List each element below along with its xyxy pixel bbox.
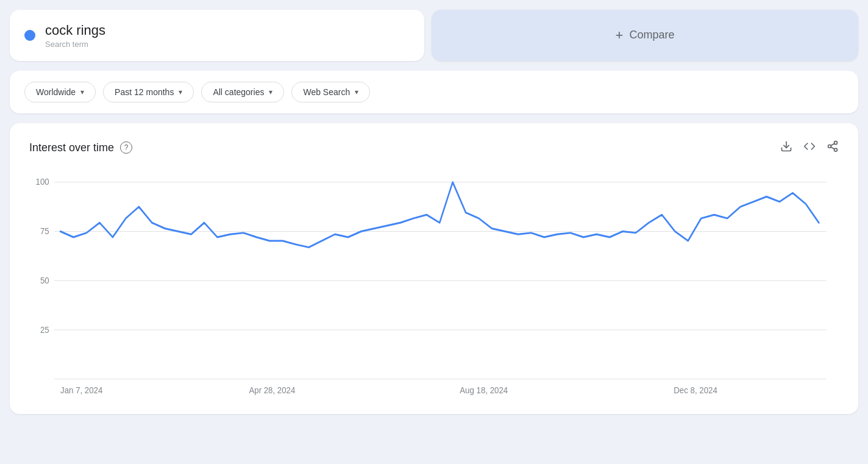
svg-text:100: 100 (36, 176, 49, 187)
location-filter[interactable]: Worldwide ▾ (24, 82, 96, 102)
filters-bar: Worldwide ▾ Past 12 months ▾ All categor… (10, 71, 858, 113)
compare-label: Compare (629, 29, 674, 41)
svg-text:Dec 8, 2024: Dec 8, 2024 (674, 385, 717, 395)
svg-text:25: 25 (40, 324, 49, 334)
search-term-card: cock rings Search term (10, 10, 424, 61)
chart-actions (780, 140, 839, 155)
svg-text:Apr 28, 2024: Apr 28, 2024 (249, 385, 295, 395)
category-filter-label: All categories (213, 87, 264, 97)
svg-text:Jan 7, 2024: Jan 7, 2024 (60, 385, 102, 395)
time-chevron-icon: ▾ (179, 88, 182, 96)
category-chevron-icon: ▾ (269, 88, 272, 96)
search-term-label: Search term (45, 40, 105, 49)
chart-area: 100 75 50 25 Jan 7, 2024 Apr 28, 2024 Au… (29, 168, 839, 399)
svg-line-5 (831, 143, 834, 145)
search-type-filter-label: Web Search (303, 87, 350, 97)
trend-line (60, 182, 819, 247)
chart-title: Interest over time (29, 141, 114, 154)
search-term-block: cock rings Search term (45, 22, 105, 49)
time-filter-label: Past 12 months (115, 87, 174, 97)
search-type-filter[interactable]: Web Search ▾ (291, 82, 370, 102)
svg-line-4 (831, 147, 834, 149)
embed-icon[interactable] (803, 140, 816, 155)
location-chevron-icon: ▾ (80, 88, 84, 96)
search-dot-indicator (24, 30, 35, 41)
time-filter[interactable]: Past 12 months ▾ (103, 82, 194, 102)
category-filter[interactable]: All categories ▾ (201, 82, 284, 102)
chart-header: Interest over time ? (29, 140, 839, 155)
help-icon[interactable]: ? (120, 141, 132, 154)
compare-plus-icon: + (616, 27, 624, 43)
search-term-text: cock rings (45, 22, 105, 40)
svg-text:75: 75 (40, 226, 49, 236)
trend-chart-svg: 100 75 50 25 Jan 7, 2024 Apr 28, 2024 Au… (29, 168, 839, 399)
svg-text:50: 50 (40, 275, 49, 285)
share-icon[interactable] (827, 140, 839, 155)
download-icon[interactable] (780, 140, 792, 155)
interest-over-time-card: Interest over time ? (10, 123, 858, 414)
chart-title-row: Interest over time ? (29, 141, 132, 154)
location-filter-label: Worldwide (36, 87, 76, 97)
search-type-chevron-icon: ▾ (355, 88, 358, 96)
svg-text:Aug 18, 2024: Aug 18, 2024 (460, 385, 508, 395)
compare-card[interactable]: + Compare (432, 10, 858, 61)
